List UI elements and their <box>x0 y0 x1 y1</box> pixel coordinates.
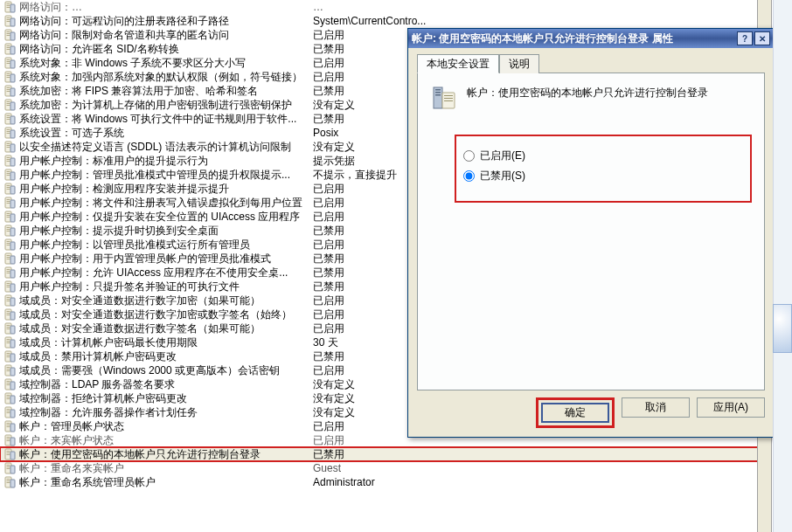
svg-rect-152 <box>7 425 10 425</box>
list-item[interactable]: 网络访问：…… <box>0 0 771 14</box>
svg-rect-81 <box>7 227 10 228</box>
policy-item-name: 域成员：对安全通道数据进行数字签名（如果可能） <box>19 321 313 336</box>
svg-rect-116 <box>7 325 10 326</box>
radio-disabled[interactable] <box>463 170 475 182</box>
svg-rect-89 <box>10 242 15 250</box>
svg-rect-13 <box>7 35 10 36</box>
list-item[interactable]: 帐户：重命名系统管理员帐户Administrator <box>0 475 771 489</box>
policy-item-name: 用户帐户控制：标准用户的提升提示行为 <box>19 154 313 169</box>
svg-rect-32 <box>7 89 10 90</box>
svg-rect-52 <box>7 145 10 146</box>
policy-item-icon <box>3 266 16 279</box>
svg-rect-82 <box>7 229 10 230</box>
svg-rect-38 <box>7 105 10 106</box>
policy-item-icon <box>3 364 16 377</box>
tab-panel: 帐户：使用空密码的本地帐户只允许进行控制台登录 已启用(E) 已禁用(S) <box>417 73 765 390</box>
dialog-buttons: 确定 取消 应用(A) <box>417 397 765 428</box>
radio-enabled-label[interactable]: 已启用(E) <box>480 149 525 163</box>
list-item[interactable]: 网络访问：可远程访问的注册表路径和子路径System\CurrentContro… <box>0 14 771 28</box>
policy-item-icon <box>3 462 16 474</box>
svg-rect-158 <box>7 440 10 441</box>
svg-rect-62 <box>7 173 10 174</box>
svg-rect-21 <box>7 59 10 60</box>
policy-item-icon <box>3 57 16 69</box>
svg-rect-79 <box>10 214 15 222</box>
svg-rect-93 <box>7 259 10 259</box>
svg-rect-3 <box>7 7 10 8</box>
policy-item-name: 用户帐户控制：管理员批准模式中管理员的提升权限提示... <box>19 168 313 183</box>
svg-rect-34 <box>10 88 15 96</box>
svg-rect-78 <box>7 217 10 218</box>
policy-item-name: 域成员：对安全通道数据进行数字加密或数字签名（始终） <box>19 307 313 322</box>
svg-rect-182 <box>444 100 453 101</box>
dialog-titlebar[interactable]: 帐户: 使用空密码的本地帐户只允许进行控制台登录 属性 ? ✕ <box>408 29 774 48</box>
svg-rect-143 <box>7 398 10 399</box>
svg-rect-94 <box>10 256 15 264</box>
svg-rect-72 <box>7 201 10 202</box>
policy-item-name: 域控制器：拒绝计算机帐户密码更改 <box>19 391 313 406</box>
svg-rect-56 <box>7 157 10 158</box>
tab-local-security[interactable]: 本地安全设置 <box>417 54 499 73</box>
svg-rect-174 <box>10 480 15 487</box>
svg-rect-136 <box>7 381 10 382</box>
svg-rect-156 <box>7 437 10 438</box>
svg-rect-48 <box>7 133 10 134</box>
policy-item-value: … <box>313 1 768 13</box>
apply-button[interactable]: 应用(A) <box>697 397 765 418</box>
svg-rect-127 <box>7 355 10 356</box>
svg-rect-154 <box>10 424 15 432</box>
policy-item-icon <box>3 225 16 237</box>
svg-rect-163 <box>7 454 10 455</box>
svg-rect-173 <box>7 482 10 483</box>
policy-item-name: 系统加密：为计算机上存储的用户密钥强制进行强密钥保护 <box>19 98 313 113</box>
svg-rect-99 <box>10 270 15 278</box>
svg-rect-92 <box>7 257 10 258</box>
svg-rect-129 <box>10 354 15 362</box>
svg-rect-112 <box>7 313 10 314</box>
policy-item-icon <box>3 448 16 460</box>
policy-item-icon <box>3 15 16 27</box>
svg-rect-39 <box>10 102 15 110</box>
list-item-selected[interactable]: 帐户：使用空密码的本地帐户只允许进行控制台登录已禁用 <box>0 447 771 461</box>
policy-item-name: 用户帐户控制：提示提升时切换到安全桌面 <box>19 224 313 238</box>
svg-rect-17 <box>7 47 10 48</box>
svg-rect-51 <box>7 143 10 144</box>
ok-button-highlight: 确定 <box>536 397 615 428</box>
policy-item-name: 用户帐户控制：仅提升安装在安全位置的 UIAccess 应用程序 <box>19 210 313 225</box>
svg-rect-178 <box>435 94 441 96</box>
policy-item-icon <box>3 183 16 195</box>
tab-description[interactable]: 说明 <box>499 54 539 73</box>
policy-item-icon <box>3 113 16 125</box>
svg-rect-49 <box>10 130 15 138</box>
policy-item-icon <box>3 71 16 83</box>
policy-item-name: 以安全描述符定义语言 (SDDL) 语法表示的计算机访问限制 <box>19 140 313 155</box>
list-item[interactable]: 帐户：重命名来宾帐户Guest <box>0 461 771 475</box>
svg-rect-118 <box>7 328 10 329</box>
cancel-button[interactable]: 取消 <box>622 397 690 418</box>
policy-item-icon <box>3 127 16 139</box>
svg-rect-146 <box>7 409 10 410</box>
policy-item-name: 网络访问：允许匿名 SID/名称转换 <box>19 42 313 57</box>
policy-item-icon <box>3 406 16 418</box>
ok-button[interactable]: 确定 <box>541 403 609 423</box>
svg-rect-167 <box>7 466 10 467</box>
svg-rect-58 <box>7 161 10 162</box>
policy-item-name: 系统加密：将 FIPS 兼容算法用于加密、哈希和签名 <box>19 84 313 99</box>
policy-item-icon <box>3 378 16 390</box>
svg-rect-83 <box>7 231 10 231</box>
side-strip <box>773 0 792 532</box>
policy-item-icon <box>3 155 16 167</box>
svg-rect-14 <box>10 32 15 40</box>
policy-item-icon <box>3 85 16 97</box>
svg-rect-42 <box>7 117 10 118</box>
policy-item-name: 域成员：需要强（Windows 2000 或更高版本）会话密钥 <box>19 363 313 378</box>
policy-item-icon <box>3 141 16 153</box>
policy-title: 帐户：使用空密码的本地帐户只允许进行控制台登录 <box>467 84 708 100</box>
radio-enabled[interactable] <box>463 150 475 162</box>
radio-disabled-label[interactable]: 已禁用(S) <box>480 169 525 183</box>
help-button[interactable]: ? <box>737 31 753 45</box>
policy-item-value: 已禁用 <box>313 447 768 462</box>
svg-rect-142 <box>7 397 10 397</box>
close-button[interactable]: ✕ <box>754 31 770 45</box>
policy-item-name: 系统对象：加强内部系统对象的默认权限（例如，符号链接） <box>19 70 313 85</box>
